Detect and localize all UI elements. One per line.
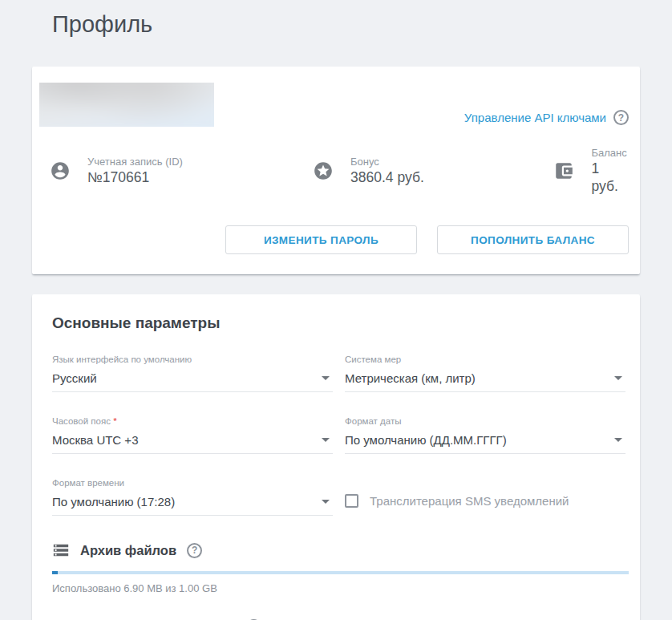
field-timezone-value: Москва UTC +3 <box>52 433 138 447</box>
blurred-account-name <box>39 83 214 127</box>
field-time-format-select[interactable]: По умолчанию (17:28) <box>52 488 333 516</box>
field-language-select[interactable]: Русский <box>52 365 333 392</box>
api-keys-help-icon[interactable]: ? <box>613 110 629 125</box>
manage-api-keys-link[interactable]: Управление API ключами <box>464 111 606 124</box>
field-date-format: Формат даты По умолчанию (ДД.ММ.ГГГГ) <box>345 415 625 454</box>
top-up-balance-button[interactable]: ПОПОЛНИТЬ БАЛАНС <box>437 225 629 254</box>
field-timezone-select[interactable]: Москва UTC +3 <box>52 427 333 454</box>
field-language-label: Язык интерфейса по умолчанию <box>52 354 333 365</box>
file-archive-section: Архив файлов ? Использовано 6.90 MB из 1… <box>52 541 629 620</box>
field-time-format: Формат времени По умолчанию (17:28) <box>52 477 333 516</box>
balance-label: Баланс <box>591 146 629 160</box>
field-units: Система мер Метрическая (км, литр) <box>345 354 625 392</box>
field-date-format-select[interactable]: По умолчанию (ДД.ММ.ГГГГ) <box>345 427 625 454</box>
chevron-down-icon <box>614 438 622 442</box>
account-stats-row: Учетная запись (ID) №170661 Бонус 3860.4… <box>39 146 629 195</box>
field-units-label: Система мер <box>345 354 625 365</box>
change-password-button[interactable]: ИЗМЕНИТЬ ПАРОЛЬ <box>225 225 417 254</box>
storage-progress-fill <box>52 571 58 574</box>
field-timezone: Часовой пояс * Москва UTC +3 <box>52 415 333 454</box>
settings-card: Основные параметры Язык интерфейса по ум… <box>32 294 640 620</box>
storage-usage-text: Использовано 6.90 MB из 1.00 GB <box>52 582 629 594</box>
bonus-label: Бонус <box>350 155 424 168</box>
field-time-format-value: По умолчанию (17:28) <box>52 495 175 509</box>
account-id-value: №170661 <box>87 168 183 186</box>
file-archive-help-icon[interactable]: ? <box>187 543 202 558</box>
sms-transliteration-row: Транслитерация SMS уведомлений <box>345 494 625 516</box>
field-units-select[interactable]: Метрическая (км, литр) <box>345 365 625 392</box>
sms-transliteration-label: Транслитерация SMS уведомлений <box>370 494 569 508</box>
storage-icon <box>52 541 70 559</box>
file-archive-title: Архив файлов <box>80 543 176 558</box>
field-language-value: Русский <box>52 371 97 385</box>
storage-progress-bar <box>52 571 629 574</box>
field-units-value: Метрическая (км, литр) <box>345 371 476 385</box>
account-id-label: Учетная запись (ID) <box>87 155 183 168</box>
chevron-down-icon <box>322 438 330 442</box>
balance-stat: Баланс 1 руб. <box>553 146 629 195</box>
bonus-value: 3860.4 руб. <box>350 168 424 186</box>
page-title: Профиль <box>52 0 672 40</box>
field-timezone-label: Часовой пояс * <box>52 415 333 427</box>
account-id-stat: Учетная запись (ID) №170661 <box>50 146 313 195</box>
settings-title: Основные параметры <box>52 314 629 332</box>
field-language: Язык интерфейса по умолчанию Русский <box>52 354 333 392</box>
balance-value: 1 руб. <box>591 160 629 195</box>
blur-overlay <box>39 83 214 127</box>
star-icon <box>313 160 334 181</box>
sms-transliteration-checkbox[interactable] <box>345 494 358 508</box>
bonus-stat: Бонус 3860.4 руб. <box>313 146 553 195</box>
chevron-down-icon <box>614 376 622 380</box>
field-time-format-label: Формат времени <box>52 477 333 488</box>
chevron-down-icon <box>322 500 330 504</box>
field-date-format-label: Формат даты <box>345 415 625 427</box>
account-icon <box>50 160 71 181</box>
profile-card: Управление API ключами ? Учетная запись … <box>32 67 640 274</box>
chevron-down-icon <box>322 376 330 380</box>
required-asterisk: * <box>113 416 116 426</box>
field-date-format-value: По умолчанию (ДД.ММ.ГГГГ) <box>345 433 507 447</box>
wallet-icon <box>553 160 574 181</box>
